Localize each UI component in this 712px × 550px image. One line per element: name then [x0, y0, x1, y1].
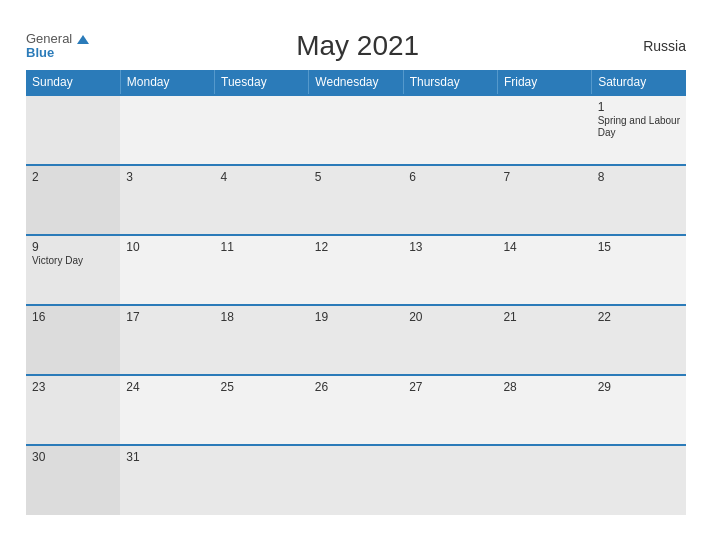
- col-wednesday: Wednesday: [309, 70, 403, 95]
- calendar-cell: 18: [215, 305, 309, 375]
- day-number: 22: [598, 310, 680, 324]
- day-number: 21: [503, 310, 585, 324]
- day-number: 17: [126, 310, 208, 324]
- day-number: 11: [221, 240, 303, 254]
- calendar-cell: 5: [309, 165, 403, 235]
- day-number: 10: [126, 240, 208, 254]
- calendar-cell: 13: [403, 235, 497, 305]
- calendar-cell: 22: [592, 305, 686, 375]
- calendar-cell: 26: [309, 375, 403, 445]
- col-thursday: Thursday: [403, 70, 497, 95]
- day-number: 26: [315, 380, 397, 394]
- day-number: 15: [598, 240, 680, 254]
- calendar-cell: 9Victory Day: [26, 235, 120, 305]
- day-number: 24: [126, 380, 208, 394]
- day-number: 7: [503, 170, 585, 184]
- calendar-cell: [497, 445, 591, 515]
- day-number: 2: [32, 170, 114, 184]
- calendar-cell: 31: [120, 445, 214, 515]
- calendar-cell: [26, 95, 120, 165]
- calendar-table: Sunday Monday Tuesday Wednesday Thursday…: [26, 70, 686, 515]
- calendar-cell: [309, 95, 403, 165]
- col-sunday: Sunday: [26, 70, 120, 95]
- day-number: 19: [315, 310, 397, 324]
- calendar-cell: 23: [26, 375, 120, 445]
- calendar-cell: [497, 95, 591, 165]
- calendar-cell: 17: [120, 305, 214, 375]
- day-number: 13: [409, 240, 491, 254]
- day-number: 18: [221, 310, 303, 324]
- calendar-cell: 28: [497, 375, 591, 445]
- day-event: Victory Day: [32, 255, 114, 267]
- calendar-cell: [592, 445, 686, 515]
- day-number: 12: [315, 240, 397, 254]
- calendar-cell: [403, 95, 497, 165]
- calendar-cell: 10: [120, 235, 214, 305]
- table-row: 9Victory Day101112131415: [26, 235, 686, 305]
- calendar-cell: 4: [215, 165, 309, 235]
- calendar-cell: 11: [215, 235, 309, 305]
- calendar-cell: 14: [497, 235, 591, 305]
- calendar-cell: 12: [309, 235, 403, 305]
- calendar-cell: 3: [120, 165, 214, 235]
- calendar-cell: [120, 95, 214, 165]
- calendar-cell: 20: [403, 305, 497, 375]
- calendar-cell: 21: [497, 305, 591, 375]
- calendar-cell: 1Spring and Labour Day: [592, 95, 686, 165]
- col-monday: Monday: [120, 70, 214, 95]
- days-of-week-row: Sunday Monday Tuesday Wednesday Thursday…: [26, 70, 686, 95]
- logo: General Blue: [26, 32, 89, 61]
- day-number: 20: [409, 310, 491, 324]
- country-label: Russia: [626, 38, 686, 54]
- calendar-body: 1Spring and Labour Day23456789Victory Da…: [26, 95, 686, 515]
- calendar-cell: [403, 445, 497, 515]
- table-row: 1Spring and Labour Day: [26, 95, 686, 165]
- day-number: 31: [126, 450, 208, 464]
- day-number: 14: [503, 240, 585, 254]
- logo-blue: Blue: [26, 45, 54, 60]
- calendar-header: General Blue May 2021 Russia: [26, 30, 686, 62]
- calendar-cell: 30: [26, 445, 120, 515]
- calendar-cell: 15: [592, 235, 686, 305]
- calendar-header-row: Sunday Monday Tuesday Wednesday Thursday…: [26, 70, 686, 95]
- calendar-cell: 6: [403, 165, 497, 235]
- calendar-cell: 25: [215, 375, 309, 445]
- day-number: 29: [598, 380, 680, 394]
- calendar-cell: 7: [497, 165, 591, 235]
- calendar-cell: 2: [26, 165, 120, 235]
- logo-text: General: [26, 32, 89, 46]
- day-number: 30: [32, 450, 114, 464]
- day-number: 23: [32, 380, 114, 394]
- table-row: 3031: [26, 445, 686, 515]
- logo-general: General: [26, 31, 72, 46]
- col-tuesday: Tuesday: [215, 70, 309, 95]
- day-event: Spring and Labour Day: [598, 115, 680, 139]
- day-number: 27: [409, 380, 491, 394]
- calendar-cell: 27: [403, 375, 497, 445]
- calendar-cell: 24: [120, 375, 214, 445]
- calendar-cell: 29: [592, 375, 686, 445]
- day-number: 4: [221, 170, 303, 184]
- day-number: 8: [598, 170, 680, 184]
- table-row: 16171819202122: [26, 305, 686, 375]
- day-number: 9: [32, 240, 114, 254]
- col-saturday: Saturday: [592, 70, 686, 95]
- table-row: 2345678: [26, 165, 686, 235]
- calendar-container: General Blue May 2021 Russia Sunday Mond…: [11, 20, 701, 530]
- calendar-cell: [309, 445, 403, 515]
- day-number: 25: [221, 380, 303, 394]
- logo-triangle-icon: [77, 35, 89, 44]
- month-title: May 2021: [89, 30, 626, 62]
- calendar-cell: [215, 95, 309, 165]
- calendar-cell: 19: [309, 305, 403, 375]
- table-row: 23242526272829: [26, 375, 686, 445]
- day-number: 1: [598, 100, 680, 114]
- calendar-cell: 16: [26, 305, 120, 375]
- day-number: 16: [32, 310, 114, 324]
- calendar-cell: [215, 445, 309, 515]
- day-number: 5: [315, 170, 397, 184]
- day-number: 6: [409, 170, 491, 184]
- day-number: 28: [503, 380, 585, 394]
- calendar-cell: 8: [592, 165, 686, 235]
- logo-blue-text: Blue: [26, 46, 89, 60]
